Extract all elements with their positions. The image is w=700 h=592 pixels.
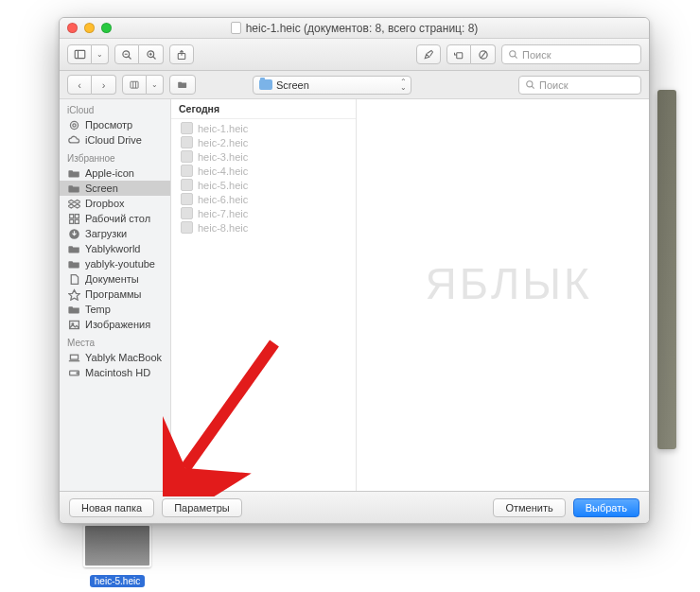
sidebar-item-macintosh-hd[interactable]: Macintosh HD xyxy=(60,365,170,380)
cloud-icon xyxy=(67,134,80,146)
group-button[interactable] xyxy=(169,75,196,95)
edit-toolbar-button[interactable] xyxy=(471,44,496,64)
svg-point-20 xyxy=(72,123,75,126)
sheet-body: iCloudПросмотрiCloud DriveИзбранноеApple… xyxy=(60,99,649,491)
sidebar-item-изображения[interactable]: Изображения xyxy=(60,317,170,332)
titlebar: heic-1.heic (документов: 8, всего страни… xyxy=(60,18,649,39)
choose-button[interactable]: Выбрать xyxy=(573,498,639,517)
view-mode-dropdown[interactable]: ⌄ xyxy=(92,44,109,64)
file-row[interactable]: heic-6.heic xyxy=(171,192,356,206)
view-dropdown[interactable]: ⌄ xyxy=(147,75,164,95)
file-column: Сегодня heic-1.heicheic-2.heicheic-3.hei… xyxy=(171,99,357,491)
back-button[interactable]: ‹ xyxy=(67,75,92,95)
sidebar-item-dropbox[interactable]: Dropbox xyxy=(60,196,170,211)
options-button[interactable]: Параметры xyxy=(162,498,242,517)
svg-rect-10 xyxy=(457,52,463,58)
folder-icon xyxy=(67,304,80,315)
sidebar-item-label: Dropbox xyxy=(85,198,125,209)
file-row[interactable]: heic-7.heic xyxy=(171,206,356,220)
svg-rect-23 xyxy=(69,219,73,223)
svg-point-30 xyxy=(77,372,78,373)
sidebar-item-label: Документы xyxy=(85,273,139,285)
file-icon xyxy=(181,122,193,134)
svg-line-6 xyxy=(152,56,155,59)
background-image-strip xyxy=(657,90,676,449)
sidebar-item-label: Temp xyxy=(85,304,111,315)
svg-rect-26 xyxy=(69,321,79,328)
location-popup[interactable]: Screen ⌃⌄ xyxy=(253,76,411,95)
svg-point-12 xyxy=(510,51,516,57)
column-view-button[interactable] xyxy=(122,75,147,95)
file-row[interactable]: heic-4.heic xyxy=(171,164,356,178)
rotate-left-button[interactable] xyxy=(446,44,471,64)
file-name: heic-3.heic xyxy=(198,151,248,163)
sheet-search-placeholder: Поиск xyxy=(539,79,568,91)
file-row[interactable]: heic-3.heic xyxy=(171,149,356,164)
sidebar-item-icloud-drive[interactable]: iCloud Drive xyxy=(60,132,170,148)
preview-icon xyxy=(67,119,80,131)
file-row[interactable]: heic-1.heic xyxy=(171,121,356,135)
file-name: heic-5.heic xyxy=(198,180,248,191)
file-row[interactable]: heic-5.heic xyxy=(171,178,356,192)
file-icon xyxy=(181,179,193,191)
sidebar-item-label: Yablykworld xyxy=(85,243,141,254)
thumbnail-label: heic-5.heic xyxy=(90,575,145,587)
sidebar-item-загрузки[interactable]: Загрузки xyxy=(60,226,170,241)
sidebar-item-документы[interactable]: Документы xyxy=(60,271,170,287)
sidebar-item-label: iCloud Drive xyxy=(85,134,142,146)
file-row[interactable]: heic-8.heic xyxy=(171,220,356,235)
file-icon xyxy=(181,193,193,205)
file-name: heic-8.heic xyxy=(198,222,248,234)
sidebar-item-label: Изображения xyxy=(85,319,150,330)
sidebar-item-label: Apple-icon xyxy=(85,167,134,179)
sidebar-toggle-button[interactable] xyxy=(67,44,92,64)
svg-rect-21 xyxy=(69,214,73,218)
main-search-field[interactable]: Поиск xyxy=(501,44,641,64)
sidebar-item-yablyk-macbook[interactable]: Yablyk MacBook xyxy=(60,350,170,365)
preview-window: heic-1.heic (документов: 8, всего страни… xyxy=(59,17,650,524)
sidebar-item-программы[interactable]: Программы xyxy=(60,287,170,302)
file-name: heic-2.heic xyxy=(198,137,248,148)
file-list: heic-1.heicheic-2.heicheic-3.heicheic-4.… xyxy=(171,119,356,491)
sidebar-item-yablyk-youtube[interactable]: yablyk-youtube xyxy=(60,256,170,271)
svg-rect-28 xyxy=(70,355,78,359)
file-icon xyxy=(181,207,193,219)
file-name: heic-1.heic xyxy=(198,123,248,134)
main-search-placeholder: Поиск xyxy=(522,49,551,61)
thumbnail-image xyxy=(83,524,151,567)
zoom-in-button[interactable] xyxy=(139,44,164,64)
sidebar-item-рабочий-стол[interactable]: Рабочий стол xyxy=(60,211,170,226)
folder-icon xyxy=(67,258,80,270)
share-button[interactable] xyxy=(169,44,194,64)
sidebar-item-apple-icon[interactable]: Apple-icon xyxy=(60,165,170,181)
location-label: Screen xyxy=(276,79,309,91)
file-icon xyxy=(181,150,193,163)
file-icon xyxy=(181,221,193,234)
grid-icon xyxy=(67,213,80,224)
doc-icon xyxy=(67,273,80,285)
cancel-button[interactable]: Отменить xyxy=(493,498,565,517)
sheet-search-field[interactable]: Поиск xyxy=(518,76,641,95)
svg-line-3 xyxy=(129,56,131,59)
sidebar-section-header: Избранное xyxy=(60,148,170,165)
folder-icon xyxy=(67,167,80,179)
sidebar-item-просмотр[interactable]: Просмотр xyxy=(60,117,170,132)
file-name: heic-7.heic xyxy=(198,208,248,219)
sidebar-section-header: iCloud xyxy=(60,99,170,117)
sidebar-item-yablykworld[interactable]: Yablykworld xyxy=(60,241,170,256)
new-folder-button[interactable]: Новая папка xyxy=(69,498,154,517)
forward-button[interactable]: › xyxy=(92,75,116,95)
sidebar-item-label: Screen xyxy=(85,183,118,194)
markup-button[interactable] xyxy=(416,44,441,64)
document-icon xyxy=(231,22,241,34)
view-segment: ⌄ xyxy=(122,75,164,95)
sidebar-item-temp[interactable]: Temp xyxy=(60,302,170,317)
file-row[interactable]: heic-2.heic xyxy=(171,135,356,149)
sidebar-item-screen[interactable]: Screen xyxy=(60,181,170,196)
sidebar-section-header: Места xyxy=(60,332,170,350)
laptop-icon xyxy=(67,352,80,363)
zoom-out-button[interactable] xyxy=(114,44,139,64)
app-icon xyxy=(67,288,80,300)
watermark: ЯБЛЫК xyxy=(426,258,592,309)
sidebar-item-label: Macintosh HD xyxy=(85,367,150,378)
